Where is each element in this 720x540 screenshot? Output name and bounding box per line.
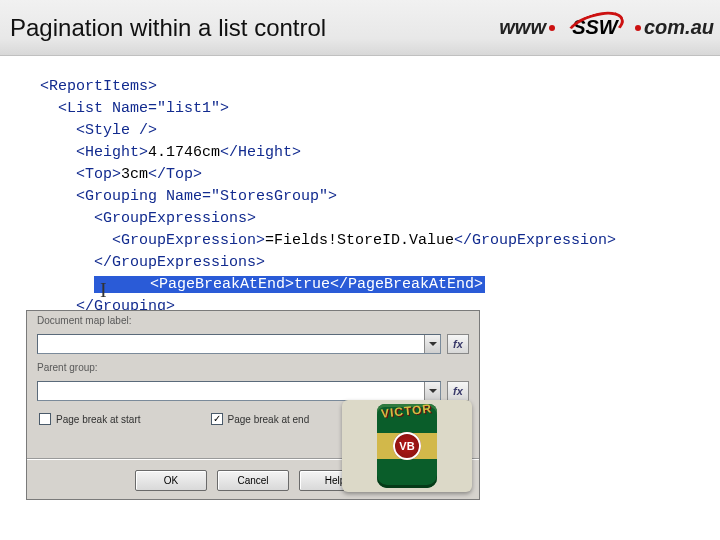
checkbox-icon[interactable] bbox=[39, 413, 51, 425]
can-label: VB bbox=[393, 432, 421, 460]
text-cursor-icon: I bbox=[100, 279, 107, 302]
vb-can-photo: VICTOR VB bbox=[342, 400, 472, 492]
swoosh-ellipse-icon bbox=[562, 5, 628, 50]
checkbox-icon[interactable]: ✓ bbox=[211, 413, 223, 425]
pb-end-label: Page break at end bbox=[228, 414, 310, 425]
xml-line: <Top> bbox=[40, 166, 121, 183]
xml-line: <List Name="list1"> bbox=[40, 100, 229, 117]
chevron-down-icon[interactable] bbox=[424, 382, 440, 400]
expression-button[interactable]: fx bbox=[447, 381, 469, 401]
ssw-logo: www SSW com.au bbox=[499, 8, 714, 48]
xml-value: 4.1746cm bbox=[148, 144, 220, 161]
xml-line: <GroupExpressions> bbox=[40, 210, 256, 227]
slide-header: Pagination within a list control www SSW… bbox=[0, 0, 720, 56]
xml-line: </Top> bbox=[148, 166, 202, 183]
logo-www: www bbox=[499, 16, 546, 39]
page-break-end-checkbox[interactable]: ✓ Page break at end bbox=[211, 413, 310, 425]
slide-title: Pagination within a list control bbox=[10, 14, 326, 42]
xml-line: <Height> bbox=[40, 144, 148, 161]
doc-map-label: Document map label: bbox=[37, 315, 133, 326]
parent-group-label: Parent group: bbox=[37, 362, 133, 373]
doc-map-row: Document map label: bbox=[27, 311, 479, 330]
page-break-start-checkbox[interactable]: Page break at start bbox=[39, 413, 141, 425]
xml-line: <Grouping Name="StoresGroup"> bbox=[40, 188, 337, 205]
dot-icon bbox=[635, 25, 641, 31]
ok-button[interactable]: OK bbox=[135, 470, 207, 491]
logo-tld: com.au bbox=[644, 16, 714, 39]
xml-highlighted-line[interactable]: <PageBreakAtEnd>true</PageBreakAtEnd> bbox=[94, 276, 485, 293]
content-area: I <ReportItems> <List Name="list1"> <Sty… bbox=[0, 56, 720, 318]
chevron-down-icon[interactable] bbox=[424, 335, 440, 353]
doc-map-combo[interactable] bbox=[37, 334, 441, 354]
xml-line: </Height> bbox=[220, 144, 301, 161]
xml-line: <Style /> bbox=[40, 122, 157, 139]
dot-icon bbox=[549, 25, 555, 31]
pb-start-label: Page break at start bbox=[56, 414, 141, 425]
xml-code-block: <ReportItems> <List Name="list1"> <Style… bbox=[40, 76, 720, 318]
xml-value: =Fields!StoreID.Value bbox=[265, 232, 454, 249]
cancel-button[interactable]: Cancel bbox=[217, 470, 289, 491]
xml-value: 3cm bbox=[121, 166, 148, 183]
xml-line: <ReportItems> bbox=[40, 78, 157, 95]
logo-swoosh: SSW bbox=[560, 8, 630, 48]
parent-group-row: Parent group: bbox=[27, 358, 479, 377]
parent-group-combo[interactable] bbox=[37, 381, 441, 401]
doc-map-input-row: fx bbox=[27, 330, 479, 358]
xml-line: <GroupExpression> bbox=[40, 232, 265, 249]
xml-line: </GroupExpression> bbox=[454, 232, 616, 249]
xml-line: </GroupExpressions> bbox=[40, 254, 265, 271]
expression-button[interactable]: fx bbox=[447, 334, 469, 354]
